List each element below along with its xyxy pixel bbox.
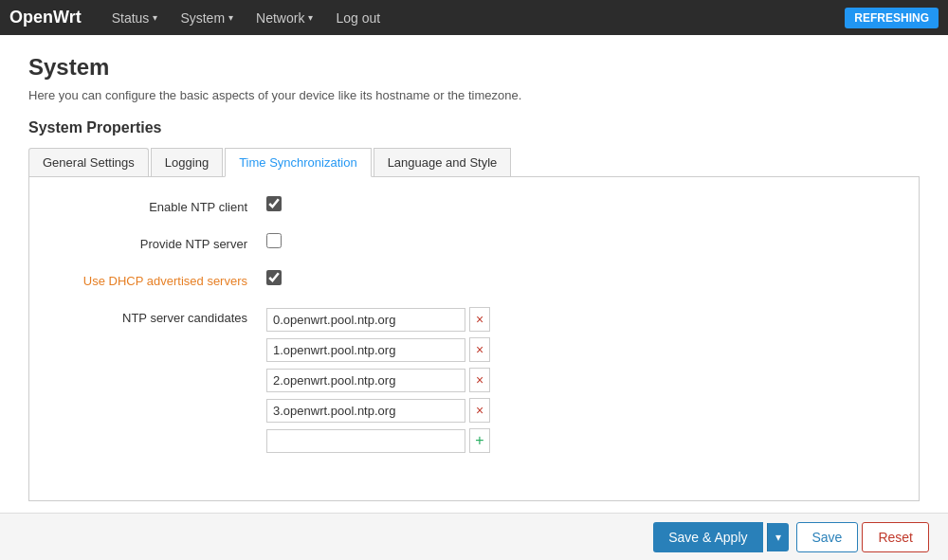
ntp-input-0[interactable] [266,308,465,332]
network-dropdown-icon: ▾ [308,12,313,23]
use-dhcp-label: Use DHCP advertised servers [58,270,266,288]
tab-general[interactable]: General Settings [28,148,149,176]
save-apply-dropdown-button[interactable]: ▾ [767,523,789,551]
ntp-input-3[interactable] [266,399,465,423]
provide-ntp-control [266,233,890,248]
ntp-remove-button-2[interactable]: × [469,368,490,392]
status-dropdown-icon: ▾ [153,12,157,23]
use-dhcp-row: Use DHCP advertised servers [58,270,890,288]
save-apply-button[interactable]: Save & Apply [653,522,762,552]
enable-ntp-control [266,196,890,211]
brand[interactable]: OpenWrt [9,8,82,27]
ntp-add-row: + [266,428,490,453]
ntp-candidates-control: ××××+ [266,307,890,453]
main-content: System Here you can configure the basic … [0,35,948,558]
ntp-add-button[interactable]: + [469,428,490,453]
ntp-remove-button-0[interactable]: × [469,307,490,332]
time-sync-panel: Enable NTP client Provide NTP server Use… [28,177,920,501]
enable-ntp-label: Enable NTP client [58,196,266,214]
enable-ntp-checkbox[interactable] [266,196,282,211]
ntp-candidates-row: NTP server candidates ××××+ [58,307,890,453]
ntp-new-input[interactable] [266,429,465,453]
save-button[interactable]: Save [796,522,859,552]
tabs: General Settings Logging Time Synchroniz… [28,148,920,177]
tab-logging[interactable]: Logging [151,148,223,176]
nav-status[interactable]: Status ▾ [100,3,170,33]
reset-button[interactable]: Reset [862,522,929,552]
ntp-candidates-list: ××××+ [266,307,490,453]
nav-system[interactable]: System ▾ [169,3,245,33]
provide-ntp-checkbox[interactable] [266,233,282,248]
ntp-input-2[interactable] [266,369,465,392]
tab-language-style[interactable]: Language and Style [374,148,512,176]
navbar: OpenWrt Status ▾ System ▾ Network ▾ Log … [0,0,948,35]
tab-time-synchronization[interactable]: Time Synchronization [225,148,372,177]
ntp-input-1[interactable] [266,338,465,362]
refreshing-badge: REFRESHING [845,8,939,28]
ntp-remove-button-3[interactable]: × [469,398,490,423]
ntp-entry: × [266,398,490,423]
ntp-candidates-label: NTP server candidates [58,307,266,325]
section-title: System Properties [28,119,920,136]
enable-ntp-row: Enable NTP client [58,196,890,214]
provide-ntp-row: Provide NTP server [58,233,890,251]
page-title: System [28,54,920,81]
footer-bar: Save & Apply ▾ Save Reset [0,513,948,558]
nav-logout[interactable]: Log out [324,3,392,33]
use-dhcp-checkbox[interactable] [266,270,282,285]
ntp-entry: × [266,337,490,362]
ntp-remove-button-1[interactable]: × [469,337,490,362]
system-dropdown-icon: ▾ [228,12,233,23]
nav-network[interactable]: Network ▾ [245,3,324,33]
provide-ntp-label: Provide NTP server [58,233,266,251]
use-dhcp-control [266,270,890,285]
ntp-entry: × [266,307,490,332]
page-description: Here you can configure the basic aspects… [28,88,920,102]
ntp-entry: × [266,368,490,392]
